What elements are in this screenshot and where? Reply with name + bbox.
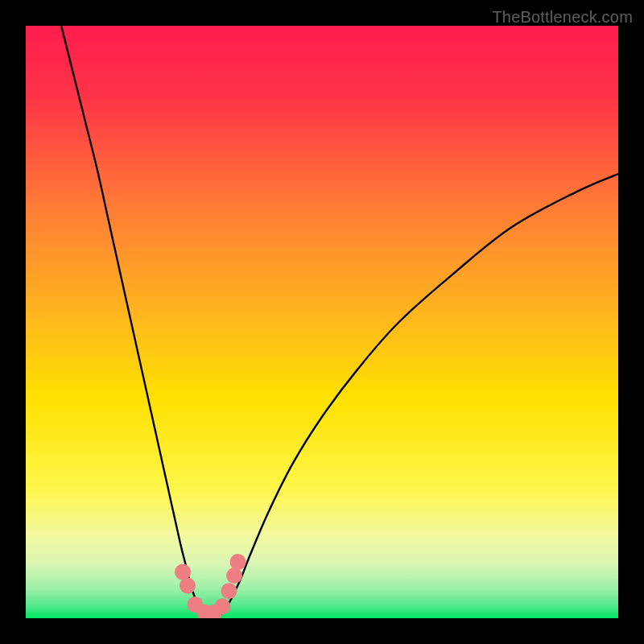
marker-dot	[229, 554, 246, 570]
gradient-background	[26, 26, 618, 618]
marker-dot	[180, 578, 196, 594]
chart-svg	[26, 26, 618, 618]
watermark-text: TheBottleneck.com	[492, 8, 633, 27]
chart-frame: TheBottleneck.com	[0, 0, 644, 644]
marker-dot	[226, 568, 242, 584]
marker-dot	[221, 583, 237, 599]
plot-area	[26, 26, 618, 618]
marker-dot	[214, 598, 230, 614]
